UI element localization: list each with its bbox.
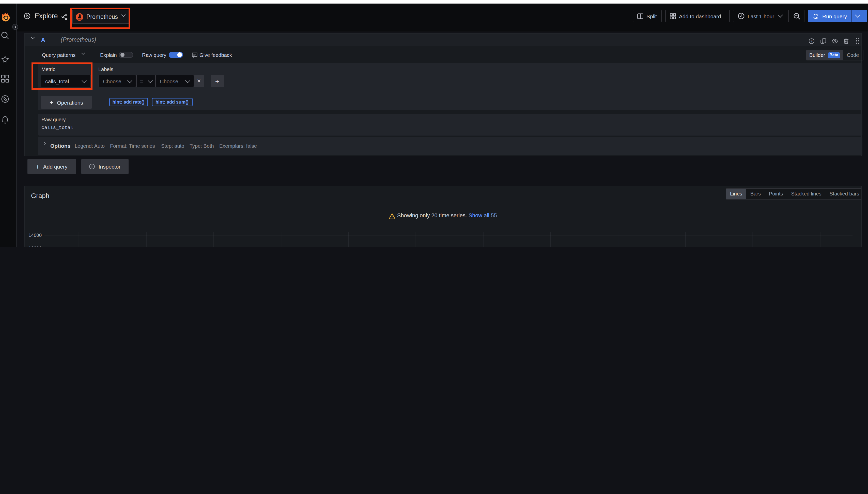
svg-text:12000: 12000 [28,245,41,247]
svg-text:?: ? [810,39,812,43]
svg-text:14000: 14000 [28,232,41,238]
